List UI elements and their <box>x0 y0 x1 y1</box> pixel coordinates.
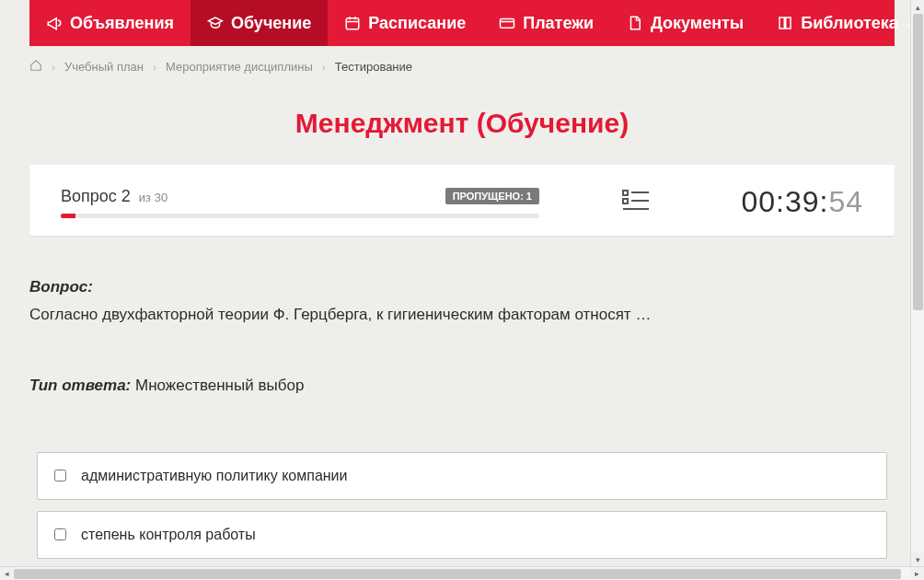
skipped-badge: ПРОПУЩЕНО: 1 <box>445 188 539 204</box>
nav-item-announcements[interactable]: Объявления <box>29 0 191 46</box>
status-panel: Вопрос 2 из 30 ПРОПУЩЕНО: 1 <box>29 165 895 236</box>
answers-list: административную политику компании степе… <box>29 452 895 565</box>
question-num: 2 <box>121 187 131 205</box>
scroll-down-icon[interactable]: ▾ <box>911 552 925 566</box>
question-text: Согласно двухфакторной теории Ф. Герцбер… <box>29 304 895 327</box>
horizontal-scrollbar[interactable]: ◂ ▸ <box>0 566 924 580</box>
scroll-thumb[interactable] <box>913 14 923 310</box>
scroll-track[interactable] <box>14 567 910 581</box>
breadcrumb: › Учебный план › Мероприятие дисциплины … <box>29 46 895 84</box>
svg-rect-2 <box>623 191 628 195</box>
question-block: Вопрос: Согласно двухфакторной теории Ф.… <box>29 236 895 395</box>
scroll-left-icon[interactable]: ◂ <box>0 567 14 581</box>
timer: 00:39:54 <box>741 185 863 219</box>
question-total: из 30 <box>139 191 167 204</box>
chevron-right-icon: › <box>322 61 326 74</box>
of-word: из <box>139 191 151 204</box>
question-list-icon[interactable] <box>622 189 650 216</box>
svg-rect-1 <box>501 19 514 29</box>
nav-item-label: Платежи <box>523 14 594 33</box>
breadcrumb-current: Тестирование <box>335 60 412 74</box>
answer-type-label: Тип ответа: <box>29 377 131 394</box>
answer-type: Тип ответа: Множественный выбор <box>29 377 895 395</box>
nav-item-learning[interactable]: Обучение <box>191 0 328 46</box>
scroll-up-icon[interactable]: ▴ <box>911 0 925 14</box>
main-nav: Объявления Обучение Расписание Платежи <box>29 0 895 46</box>
answer-checkbox[interactable] <box>54 470 66 481</box>
svg-rect-0 <box>347 18 360 29</box>
scroll-track[interactable] <box>911 14 925 552</box>
nav-item-schedule[interactable]: Расписание <box>328 0 482 46</box>
scroll-thumb[interactable] <box>14 569 901 579</box>
chevron-right-icon: › <box>52 61 55 74</box>
home-icon[interactable] <box>29 59 42 75</box>
nav-item-label: Документы <box>651 14 744 33</box>
timer-hm: 00:39: <box>741 185 828 218</box>
calendar-icon <box>344 15 361 31</box>
svg-rect-4 <box>623 199 628 203</box>
total-num: 30 <box>155 191 167 204</box>
answer-type-value: Множественный выбор <box>135 377 304 394</box>
megaphone-icon <box>46 15 63 31</box>
progress-fill <box>61 214 75 218</box>
graduation-icon <box>207 15 224 31</box>
book-icon <box>777 15 793 31</box>
page-title: Менеджмент (Обучение) <box>29 84 895 165</box>
document-icon <box>627 15 643 31</box>
breadcrumb-item[interactable]: Мероприятие дисциплины <box>166 60 313 74</box>
nav-item-label: Расписание <box>368 14 466 33</box>
card-icon <box>499 15 515 31</box>
vertical-scrollbar[interactable]: ▴ ▾ <box>910 0 924 566</box>
question-word: Вопрос <box>61 187 117 205</box>
progress-bar <box>61 214 539 218</box>
nav-item-payments[interactable]: Платежи <box>482 0 610 46</box>
nav-item-label: Обучение <box>231 14 311 33</box>
answer-text: административную политику компании <box>81 468 348 484</box>
question-label: Вопрос: <box>29 278 895 296</box>
scroll-right-icon[interactable]: ▸ <box>910 567 924 581</box>
answer-option[interactable]: административную политику компании <box>37 452 887 500</box>
answer-checkbox[interactable] <box>54 528 66 540</box>
answer-text: степень контроля работы <box>81 527 256 543</box>
nav-item-label: Объявления <box>70 14 174 33</box>
breadcrumb-item[interactable]: Учебный план <box>64 60 144 74</box>
question-number-label: Вопрос 2 <box>61 187 135 205</box>
timer-sec: 54 <box>828 185 863 218</box>
nav-item-documents[interactable]: Документы <box>610 0 760 46</box>
nav-item-label: Библиотека <box>801 14 898 33</box>
nav-item-library[interactable]: Библиотека ⌄ <box>760 0 917 46</box>
chevron-right-icon: › <box>153 61 156 74</box>
answer-option[interactable]: степень контроля работы <box>37 511 887 559</box>
